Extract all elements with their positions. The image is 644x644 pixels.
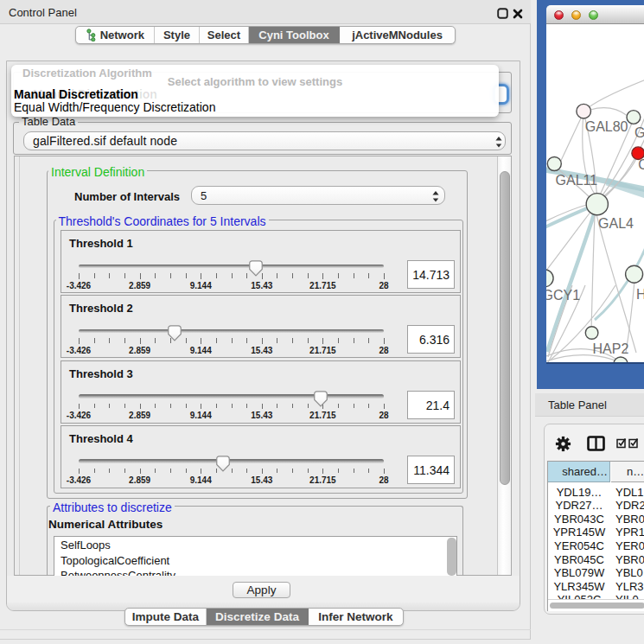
svg-text:HAP2: HAP2 — [593, 341, 629, 356]
svg-text:G.: G. — [634, 125, 644, 140]
svg-text:GAL4: GAL4 — [598, 216, 634, 231]
svg-text:C: C — [638, 157, 644, 172]
svg-text:H: H — [636, 287, 644, 302]
svg-text:GCY1: GCY1 — [546, 288, 580, 303]
svg-text:GAL80: GAL80 — [585, 119, 628, 134]
svg-text:GAL11: GAL11 — [556, 173, 598, 188]
